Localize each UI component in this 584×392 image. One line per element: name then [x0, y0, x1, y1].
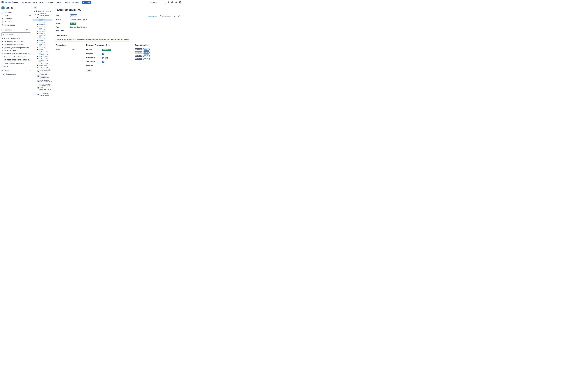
- external-property-row: Status* APPROVED APPROVED: [86, 48, 135, 51]
- topnav-menu-item[interactable]: Apps: [65, 2, 70, 3]
- tree-item[interactable]: FN-07: [33, 39, 52, 42]
- checkbox-checked[interactable]: [102, 60, 104, 63]
- tree-item[interactable]: FN-04: [33, 32, 52, 35]
- tree-item[interactable]: Business Specifications: [33, 12, 52, 16]
- content-search-input[interactable]: [5, 34, 30, 35]
- tree-item[interactable]: FN-01: [33, 26, 52, 28]
- topnav-menu-item[interactable]: Templates: [72, 2, 79, 3]
- topnav-menu-item[interactable]: Recent: [39, 2, 46, 3]
- sidebar-nav-item[interactable]: Space settings: [0, 24, 32, 26]
- tree-item[interactable]: FN-11: [33, 48, 52, 51]
- tree-item[interactable]: MBR - Démo Home: [33, 10, 52, 12]
- tree-item[interactable]: (Published) Business Specifications: [33, 73, 52, 79]
- tree-item[interactable]: TECH-005: [33, 60, 52, 62]
- tree-item[interactable]: TECH-008: [33, 67, 52, 69]
- tree-item[interactable]: FN-06: [33, 37, 52, 39]
- requirement-checklist-icon: [39, 33, 41, 34]
- user-avatar[interactable]: [179, 1, 182, 4]
- filter-icon[interactable]: [26, 29, 28, 31]
- tree-item[interactable]: V2 - Business Specifications: [33, 92, 52, 96]
- create-issue-link[interactable]: Create issue: [148, 16, 157, 17]
- global-search[interactable]: [149, 1, 166, 4]
- tree-item[interactable]: TECH-007: [33, 64, 52, 67]
- content-list-item[interactable]: V1 - Business Specifications: [0, 40, 32, 43]
- chevron-right-icon: [2, 60, 3, 60]
- watch-eye-icon[interactable]: [174, 16, 176, 17]
- help-icon[interactable]: ?: [105, 44, 107, 46]
- space-header[interactable]: MBR - Démo: [0, 6, 32, 11]
- notifications-bell-icon[interactable]: [167, 1, 170, 4]
- requirement-key-chip[interactable]: BR-02: [70, 14, 77, 17]
- topnav-menu-item[interactable]: Company hub: [21, 2, 31, 3]
- configure-gear-icon[interactable]: [108, 44, 110, 46]
- tree-item[interactable]: FN-08: [33, 42, 52, 44]
- tree-item[interactable]: BR-04: [33, 23, 52, 26]
- chevron-down-icon: [53, 2, 54, 3]
- topnav-menu-item[interactable]: Spaces: [48, 2, 54, 3]
- description-heading: Description: [56, 34, 180, 37]
- settings-gear-icon[interactable]: [175, 1, 177, 4]
- topnav-menu-item[interactable]: Teams: [57, 2, 63, 3]
- content-list-item[interactable]: Requirements in paragraphs: [0, 62, 32, 64]
- content-search[interactable]: [2, 32, 31, 36]
- page-link[interactable]: Business Specifications: [70, 26, 87, 28]
- help-icon[interactable]: ?: [171, 1, 173, 4]
- content-list-item[interactable]: Requirements from Stakeholders: [0, 55, 32, 58]
- tree-item[interactable]: TECH-001: [33, 51, 52, 53]
- edit-pencil-icon[interactable]: [178, 15, 180, 17]
- tree-item[interactable]: FN-05: [33, 35, 52, 37]
- content-list-item[interactable]: SPECIFICATION FOR CONTROL AND QUALIF...: [0, 52, 32, 55]
- tree-item[interactable]: BR-03: [33, 21, 52, 24]
- plus-icon: [1, 66, 3, 67]
- tree-item[interactable]: TECH-003: [33, 55, 52, 58]
- tree-item[interactable]: TECH-004: [33, 58, 52, 60]
- add-content-icon[interactable]: [29, 29, 31, 31]
- dependency-target-chip[interactable]: FN-10: [143, 48, 150, 50]
- property-value: Albert: [71, 48, 75, 50]
- sidebar-app-item[interactable]: Requirements: [0, 72, 32, 76]
- tree-item[interactable]: FN-09: [33, 44, 52, 46]
- sidebar-nav-item[interactable]: Calendars: [0, 20, 32, 24]
- tree-search-button[interactable]: [34, 6, 37, 9]
- tree-item[interactable]: BR-02: [33, 19, 52, 21]
- tree-item[interactable]: TECH-002: [33, 53, 52, 55]
- collapse-content-icon[interactable]: [2, 29, 4, 32]
- sidebar-create-item[interactable]: Create: [0, 65, 32, 68]
- content-list-item[interactable]: Business Specifications: [0, 37, 32, 40]
- add-blog-icon[interactable]: [29, 15, 31, 16]
- tree-item[interactable]: FN-03: [33, 30, 52, 32]
- add-property-button[interactable]: Add: [86, 69, 92, 72]
- edit-apps-pencil-icon[interactable]: [29, 70, 31, 72]
- tree-item[interactable]: SPECIFICATION FOR CONTROL AND QUALIFICAT…: [33, 83, 52, 92]
- create-button[interactable]: Create: [82, 1, 91, 4]
- tree-item-label: TECH-007: [41, 64, 48, 66]
- dependency-target-chip[interactable]: FN-02: [143, 51, 150, 54]
- sidebar-nav-item[interactable]: Blogs: [0, 14, 32, 17]
- sidebar-nav-item[interactable]: All content: [0, 11, 32, 14]
- content-list-item[interactable]: (Published) Business Specifications: [0, 46, 32, 49]
- global-search-input[interactable]: [152, 2, 165, 3]
- tree-item[interactable]: Requirements in paragraphs: [33, 69, 52, 73]
- dependency-target-chip[interactable]: FN-03: [143, 54, 150, 57]
- tree-item[interactable]: TECH-006: [33, 62, 52, 64]
- sidebar-nav-item[interactable]: Automation: [0, 17, 32, 20]
- share-url-box[interactable]: https://requirementyogi.: [159, 14, 172, 18]
- tree-item[interactable]: FN-10: [33, 46, 52, 48]
- dependencies-heading: Dependencies: [135, 44, 180, 46]
- collapse-apps-icon[interactable]: [2, 69, 4, 72]
- content-list-item[interactable]: V2 - Business Specifications: [0, 43, 32, 46]
- clear-variant-icon[interactable]: [83, 19, 85, 20]
- property-label: Owner: [56, 48, 71, 50]
- checkbox-checked[interactable]: [102, 53, 104, 55]
- tree-item[interactable]: BR-01: [33, 16, 52, 19]
- variant-select[interactable]: Current variant: [70, 18, 88, 21]
- confluence-logo[interactable]: Confluence: [5, 1, 18, 4]
- content-list-item[interactable]: [JR-TEST] SPECIFICATION FOR CONTROL A...: [0, 58, 32, 62]
- tree-item-label: TECH-006: [41, 62, 48, 64]
- tree-item[interactable]: FN-02: [33, 28, 52, 30]
- content-list-item[interactable]: RY Report Macro: [0, 49, 32, 52]
- tree-item[interactable]: Requirements from Stakeholders: [33, 79, 52, 83]
- app-switcher-icon[interactable]: [2, 1, 4, 4]
- dependency-target-chip[interactable]: FN-05: [143, 58, 150, 60]
- topnav-menu-item[interactable]: Home: [33, 2, 37, 3]
